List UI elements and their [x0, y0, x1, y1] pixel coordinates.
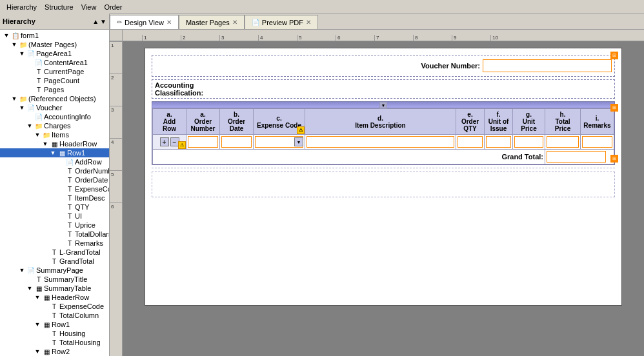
tree-item-summary-row2[interactable]: ▼ ▦ Row2	[0, 347, 109, 356]
input-item-desc[interactable]	[307, 136, 454, 148]
input-grand-total[interactable]	[547, 151, 606, 163]
design-surface[interactable]: ⊞ Voucher Number: Accounting Classificat…	[123, 41, 644, 356]
input-total-price[interactable]	[547, 136, 579, 148]
itemdesc-icon: T	[65, 195, 75, 202]
toggle-master-pages[interactable]: ▼	[10, 41, 18, 48]
table-dropdown-btn[interactable]: ▼	[379, 102, 387, 108]
input-order-number[interactable]	[188, 136, 218, 148]
tree-item-summary-headerrow[interactable]: ▼ ▦ HeaderRow	[0, 293, 109, 302]
tree-item-pages[interactable]: T Pages	[0, 85, 109, 94]
ruler-mark-10: 10	[490, 35, 529, 41]
tree-item-row1[interactable]: ▼ ▦ Row1	[0, 148, 109, 157]
tree-item-pagearea1[interactable]: ▼ 📄 PageArea1	[0, 49, 109, 58]
toggle-summary-row1[interactable]: ▼	[34, 321, 41, 328]
uprice-icon: T	[65, 222, 75, 229]
input-unit-price[interactable]	[514, 136, 543, 148]
table-data-row: + − ⚠	[153, 135, 614, 150]
menu-hierarchy[interactable]: Hierarchy	[3, 2, 41, 12]
tree-item-addrow[interactable]: 📄 AddRow	[0, 157, 109, 166]
tree-item-grandtotal[interactable]: T GrandTotal	[0, 257, 109, 266]
tree-item-master-pages[interactable]: ▼ 📁 (Master Pages)	[0, 40, 109, 49]
tree-item-itemdesc[interactable]: T ItemDesc	[0, 193, 109, 203]
input-remarks[interactable]	[582, 136, 612, 148]
toggle-summarytable[interactable]: ▼	[26, 285, 34, 292]
toggle-items[interactable]: ▼	[34, 132, 41, 138]
tree-item-housing[interactable]: T Housing	[0, 329, 109, 338]
summarytitle-icon: T	[34, 276, 44, 283]
tree-item-form1[interactable]: ▼ 📋 form1	[0, 31, 109, 40]
tree-item-lgrandtotal[interactable]: T L-GrandTotal	[0, 248, 109, 257]
tab-master-pages-close[interactable]: ✕	[232, 19, 237, 26]
tree-item-contentarea1[interactable]: 📄 ContentArea1	[0, 58, 109, 67]
toggle-voucher[interactable]: ▼	[18, 104, 26, 111]
input-qty[interactable]	[458, 136, 483, 148]
btn-expense-dropdown[interactable]: ▼	[294, 137, 303, 146]
table-handle-br[interactable]: ⊞	[610, 155, 618, 163]
toggle-summary-row2[interactable]: ▼	[34, 348, 41, 355]
tab-design-view-close[interactable]: ✕	[166, 19, 172, 26]
tree-item-ordernumber[interactable]: T OrderNumber	[0, 166, 109, 175]
tree-item-pagecount[interactable]: T PageCount	[0, 76, 109, 85]
table-handle-tr[interactable]: ⊞	[610, 104, 618, 112]
ui-icon: T	[65, 213, 75, 220]
input-order-date[interactable]	[221, 136, 252, 148]
section-empty-1	[152, 172, 615, 197]
ruler-mark-6: 6	[336, 35, 374, 41]
tree-item-items[interactable]: ▼ 📁 Items	[0, 130, 109, 139]
hierarchy-panel: ▼ 📋 form1 ▼ 📁 (Master Pages) ▼ 📄 PageAre…	[0, 30, 110, 356]
btn-add[interactable]: +	[160, 137, 169, 146]
tree-item-totalcolumn[interactable]: T TotalColumn	[0, 311, 109, 320]
tree-item-totaldollars[interactable]: T TotalDollars	[0, 230, 109, 239]
tab-design-view[interactable]: ✏ Design View ✕	[110, 15, 179, 29]
tree-item-summary-row1[interactable]: ▼ ▦ Row1	[0, 320, 109, 329]
tree-item-qty[interactable]: T QTY	[0, 203, 109, 212]
toggle-referenced[interactable]: ▼	[10, 95, 18, 102]
toggle-summarypage[interactable]: ▼	[18, 267, 26, 273]
toggle-headerrow[interactable]: ▼	[41, 141, 49, 147]
toggle-row1[interactable]: ▼	[49, 150, 57, 156]
tab-preview-pdf[interactable]: 📄 Preview PDF ✕	[245, 15, 318, 29]
toggle-charges[interactable]: ▼	[26, 123, 34, 129]
toggle-form1[interactable]: ▼	[3, 32, 10, 39]
tree-item-charges[interactable]: ▼ 📁 Charges	[0, 121, 109, 130]
ruler-mark-4: 4	[258, 35, 297, 41]
menu-view[interactable]: View	[77, 2, 101, 12]
tree-item-summary-expensecode[interactable]: T ExpenseCode	[0, 302, 109, 311]
voucher-input[interactable]	[483, 59, 612, 72]
tree-item-summarypage[interactable]: ▼ 📄 SummaryPage	[0, 266, 109, 275]
sidebar-arrow-up[interactable]: ▲	[92, 18, 99, 25]
menu-order[interactable]: Order	[100, 2, 126, 12]
th-unit-issue: f.Unit ofIssue	[485, 109, 513, 135]
tree-item-remarks[interactable]: T Remarks	[0, 239, 109, 248]
v-ruler-mark-4: 4	[110, 138, 122, 170]
tree-item-currentpage[interactable]: T CurrentPage	[0, 67, 109, 76]
sidebar-arrow-down[interactable]: ▼	[100, 18, 106, 25]
input-unit-issue[interactable]	[486, 136, 511, 148]
tree-item-orderdate[interactable]: T OrderDate	[0, 175, 109, 184]
tree-item-expensecode[interactable]: T ExpenseCode	[0, 184, 109, 193]
tab-preview-pdf-close[interactable]: ✕	[306, 19, 311, 26]
v-ruler-mark-5: 5	[110, 170, 122, 203]
handle-corner-tr[interactable]: ⊞	[610, 52, 618, 59]
ruler-mark-1: 1	[142, 35, 181, 41]
tree-item-accountinginfo[interactable]: 📄 AccountingInfo	[0, 112, 109, 121]
sum-row2-icon: ▦	[41, 348, 52, 355]
tab-master-pages[interactable]: Master Pages ✕	[179, 15, 245, 29]
toggle-pagearea1[interactable]: ▼	[18, 50, 26, 57]
tree-item-summarytable[interactable]: ▼ ▦ SummaryTable	[0, 284, 109, 293]
tree-item-referenced[interactable]: ▼ 📁 (Referenced Objects)	[0, 94, 109, 103]
tree-item-headerrow[interactable]: ▼ ▦ HeaderRow	[0, 139, 109, 148]
th-remarks: i.Remarks	[581, 109, 614, 135]
ref-folder-icon: 📁	[18, 95, 28, 103]
tree-item-totalhousing[interactable]: T TotalHousing	[0, 338, 109, 347]
v-ruler: 1 2 3 4 5 6	[110, 41, 123, 356]
canvas-wrapper: 1 2 3 4 5 6 7 8 9 10 1 2 3 4	[110, 30, 644, 356]
tree-item-ui[interactable]: T UI	[0, 212, 109, 221]
tree-item-uprice[interactable]: T Uprice	[0, 221, 109, 230]
th-order-date: b.OrderDate	[220, 109, 254, 135]
tree-item-summarytitle[interactable]: T SummaryTitle	[0, 275, 109, 284]
sidebar-title-text: Hierarchy	[3, 17, 35, 25]
menu-structure[interactable]: Structure	[41, 2, 77, 12]
tree-item-voucher[interactable]: ▼ 📄 Voucher	[0, 103, 109, 112]
toggle-summary-headerrow[interactable]: ▼	[34, 294, 41, 301]
